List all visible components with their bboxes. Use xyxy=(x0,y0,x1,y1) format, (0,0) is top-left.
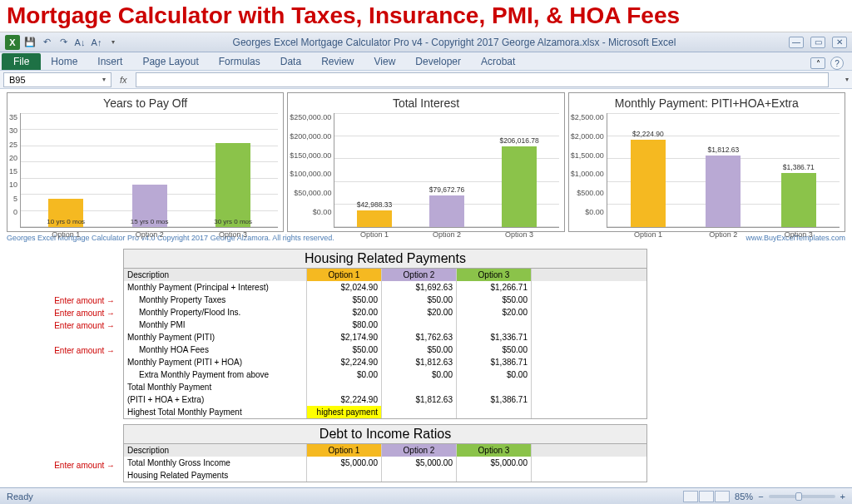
tab-insert[interactable]: Insert xyxy=(87,53,132,70)
qat-dropdown-icon[interactable]: ▾ xyxy=(106,36,120,49)
enter-amount-hint: Enter amount → xyxy=(32,344,115,357)
sort-desc-icon[interactable]: A↑ xyxy=(90,36,103,49)
table-row[interactable]: Highest Total Monthly Paymenthighest pay… xyxy=(124,406,646,418)
table-row[interactable]: Housing Related Payments xyxy=(124,469,646,482)
zoom-slider[interactable] xyxy=(769,495,835,498)
column-header: Description xyxy=(124,269,307,281)
excel-logo-icon: X xyxy=(5,35,20,50)
formula-bar-row: B95▾ fx ▾ xyxy=(0,71,852,89)
help-icon[interactable]: ? xyxy=(830,57,844,70)
restore-button[interactable]: ▭ xyxy=(810,37,825,48)
tab-formulas[interactable]: Formulas xyxy=(209,53,270,70)
tab-developer[interactable]: Developer xyxy=(405,53,471,70)
file-tab[interactable]: File xyxy=(2,53,41,70)
tab-page-layout[interactable]: Page Layout xyxy=(132,53,208,70)
ribbon-tabs: File HomeInsertPage LayoutFormulasDataRe… xyxy=(0,52,852,71)
page-break-view-button[interactable] xyxy=(715,491,730,502)
quick-access-toolbar: X 💾 ↶ ↷ A↓ A↑ ▾ Georges Excel Mortgage C… xyxy=(0,32,852,52)
zoom-in-button[interactable]: + xyxy=(840,492,845,502)
tab-data[interactable]: Data xyxy=(270,53,311,70)
enter-amount-hint: Enter amount → xyxy=(32,319,115,332)
tab-acrobat[interactable]: Acrobat xyxy=(471,53,525,70)
page-layout-view-button[interactable] xyxy=(699,491,714,502)
name-box[interactable]: B95▾ xyxy=(3,72,111,87)
ribbon-minimize-button[interactable]: ˄ xyxy=(810,57,825,69)
chart: Monthly Payment: PITI+HOA+Extra$2,500.00… xyxy=(568,92,845,232)
enter-amount-hint xyxy=(32,282,115,294)
table-title: Debt to Income Ratios xyxy=(124,425,646,444)
enter-amount-hint xyxy=(32,357,115,369)
table-row[interactable]: Monthly Property Taxes$50.00$50.00$50.00 xyxy=(124,294,646,306)
tab-review[interactable]: Review xyxy=(311,53,364,70)
column-header: Description xyxy=(124,444,307,457)
column-header: Option 2 xyxy=(382,269,457,281)
close-button[interactable]: ✕ xyxy=(832,37,847,48)
normal-view-button[interactable] xyxy=(683,491,698,502)
column-header: Option 2 xyxy=(382,444,457,457)
status-ready: Ready xyxy=(7,492,33,502)
chart-title: Monthly Payment: PITI+HOA+Extra xyxy=(569,93,845,113)
column-header: Option 3 xyxy=(457,444,532,457)
fx-icon[interactable]: fx xyxy=(115,75,132,85)
table-row[interactable]: Monthly Property/Flood Ins.$20.00$20.00$… xyxy=(124,306,646,319)
column-header: Option 1 xyxy=(307,269,382,281)
window-title: Georges Excel Mortgage Calculator Pro v4… xyxy=(123,37,785,48)
table-row[interactable]: Monthly Payment (Principal + Interest)$2… xyxy=(124,281,646,294)
zoom-level[interactable]: 85% xyxy=(735,492,753,502)
chart-title: Years to Pay Off xyxy=(7,93,283,113)
table-row[interactable]: (PITI + HOA + Extra)$2,224.90$1,812.63$1… xyxy=(124,393,646,406)
enter-amount-hint xyxy=(32,472,115,483)
column-header: Option 1 xyxy=(307,444,382,457)
table-row[interactable]: Monthly Payment (PITI)$2,174.90$1,762.63… xyxy=(124,331,646,343)
table-row[interactable]: Monthly PMI$80.00 xyxy=(124,319,646,331)
formula-bar[interactable] xyxy=(136,72,829,87)
enter-amount-hint xyxy=(32,382,115,394)
minimize-button[interactable]: — xyxy=(789,37,804,48)
enter-amount-hint: Enter amount → xyxy=(32,459,115,472)
housing-payments-table: Housing Related Payments DescriptionOpti… xyxy=(123,249,647,419)
table-row[interactable]: Monthly Payment (PITI + HOA)$2,224.90$1,… xyxy=(124,356,646,368)
table-row[interactable]: Monthly HOA Fees$50.00$50.00$50.00 xyxy=(124,343,646,356)
table-row[interactable]: Total Monthly Payment xyxy=(124,381,646,393)
enter-amount-hint xyxy=(32,332,115,344)
table-row[interactable]: Extra Monthly Payment from above$0.00$0.… xyxy=(124,368,646,381)
table-row[interactable]: Total Monthly Gross Income$5,000.00$5,00… xyxy=(124,457,646,469)
status-bar: Ready 85% − + xyxy=(0,487,852,504)
save-icon[interactable]: 💾 xyxy=(23,36,37,49)
chart: Years to Pay Off3530252015105010 yrs 0 m… xyxy=(7,92,284,232)
enter-amount-hint xyxy=(32,369,115,382)
enter-amount-hint xyxy=(32,407,115,419)
chart-title: Total Interest xyxy=(288,93,563,113)
sort-asc-icon[interactable]: A↓ xyxy=(73,36,87,49)
enter-amount-hint xyxy=(32,394,115,407)
tab-home[interactable]: Home xyxy=(41,53,87,70)
chart: Total Interest$250,000.00$200,000.00$150… xyxy=(287,92,564,232)
table-title: Housing Related Payments xyxy=(124,250,646,269)
debt-income-table: Debt to Income Ratios DescriptionOption … xyxy=(123,424,647,482)
enter-amount-hint: Enter amount → xyxy=(32,294,115,307)
page-banner: Mortgage Calculator with Taxes, Insuranc… xyxy=(0,0,852,32)
zoom-out-button[interactable]: − xyxy=(758,492,763,502)
enter-amount-hint: Enter amount → xyxy=(32,307,115,319)
tab-view[interactable]: View xyxy=(364,53,406,70)
formula-expand-icon[interactable]: ▾ xyxy=(845,76,849,83)
worksheet-area[interactable]: Years to Pay Off3530252015105010 yrs 0 m… xyxy=(0,89,852,483)
undo-icon[interactable]: ↶ xyxy=(40,36,53,49)
redo-icon[interactable]: ↷ xyxy=(57,36,70,49)
column-header: Option 3 xyxy=(457,269,532,281)
